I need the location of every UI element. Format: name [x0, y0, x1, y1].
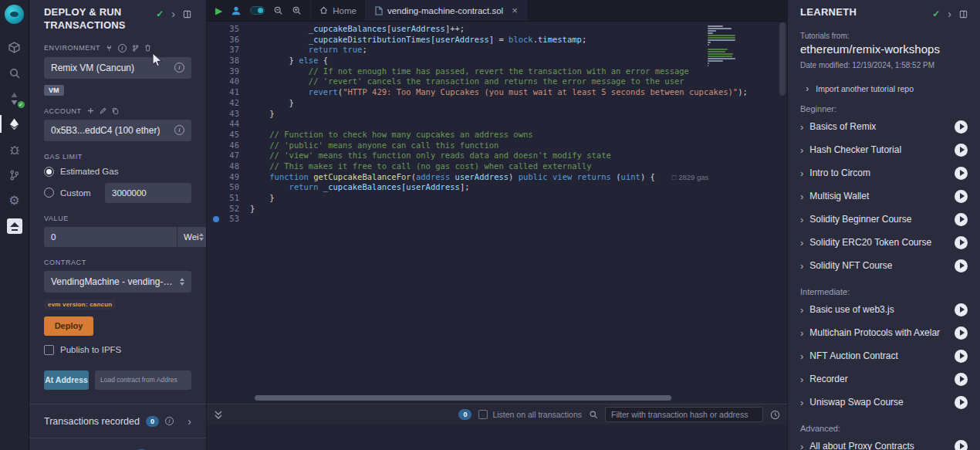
tab-home[interactable]: Home	[310, 0, 366, 21]
play-tutorial-button[interactable]	[955, 120, 968, 134]
line-number-with-breakpoint[interactable]: 53	[207, 214, 239, 225]
code-line[interactable]: _cupcakeBalances[userAddress]++;	[250, 24, 787, 35]
code-line[interactable]: // Function to check how many cupcakes a…	[250, 130, 787, 140]
tutorial-item[interactable]: ›All about Proxy Contracts	[800, 435, 968, 450]
tutorial-item[interactable]: ›NFT Auction Contract	[800, 344, 968, 367]
play-tutorial-button[interactable]	[955, 167, 968, 180]
play-tutorial-button[interactable]	[955, 350, 968, 363]
line-number[interactable]: 47	[207, 151, 239, 161]
add-account-icon[interactable]	[87, 107, 94, 114]
tutorial-item[interactable]: ›Intro to Circom	[800, 161, 968, 184]
play-tutorial-button[interactable]	[955, 236, 968, 249]
line-number[interactable]: 40	[207, 76, 239, 87]
line-number[interactable]: 37	[207, 45, 239, 56]
account-person-icon[interactable]	[231, 5, 242, 16]
code-line[interactable]	[250, 214, 787, 225]
sidebar-item-debugger[interactable]	[0, 137, 29, 162]
sidebar-item-search[interactable]	[0, 60, 29, 86]
plug-icon[interactable]	[106, 45, 113, 52]
tutorial-item[interactable]: ›Solidity NFT Course	[800, 254, 968, 277]
line-number[interactable]: 39	[207, 66, 239, 77]
code-line[interactable]: function getCupcakeBalanceFor(address us…	[250, 172, 787, 183]
environment-info-icon[interactable]: i	[118, 44, 127, 52]
tutorial-item[interactable]: ›Hash Checker Tutorial	[800, 138, 968, 161]
code-line[interactable]: }	[250, 193, 787, 204]
line-number[interactable]: 42	[207, 98, 239, 109]
code-line[interactable]	[250, 119, 787, 130]
custom-gas-option[interactable]: Custom	[44, 183, 191, 203]
sidebar-item-deploy-and-run[interactable]	[0, 111, 29, 137]
code-line[interactable]: // If not enough time has passed, revert…	[250, 66, 787, 77]
line-number[interactable]: 43	[207, 109, 239, 120]
vertical-scrollbar[interactable]	[779, 22, 786, 96]
tutorial-item[interactable]: ›Multisig Wallet	[800, 184, 968, 208]
code-line[interactable]: // This makes it free to call (no gas co…	[250, 161, 787, 172]
transactions-recorded-row[interactable]: Transactions recorded 0 i ›	[44, 404, 191, 438]
unit-spinner-icon[interactable]	[199, 233, 204, 241]
account-select[interactable]: 0x5B3...eddC4 (100 ether) i	[44, 120, 191, 141]
sidebar-item-settings[interactable]: ⚙	[0, 188, 29, 213]
at-address-button[interactable]: At Address	[44, 370, 89, 390]
editor-code[interactable]: _cupcakeBalances[userAddress]++; _cupcak…	[250, 22, 787, 404]
tutorial-item[interactable]: ›Uniswap Swap Course	[800, 391, 968, 414]
tutorial-item[interactable]: ›Basic use of web3.js	[800, 298, 968, 321]
sidebar-item-file-explorer[interactable]	[0, 35, 29, 60]
tutorial-item[interactable]: ›Multichain Protocols with Axelar	[800, 321, 968, 344]
transactions-info-icon[interactable]: i	[165, 417, 174, 425]
contract-select[interactable]: VendingMachine - vending-machin	[44, 271, 191, 293]
estimated-gas-radio[interactable]	[44, 167, 54, 177]
pencil-icon[interactable]	[100, 107, 106, 114]
code-line[interactable]: revert("HTTP 429: Too Many Cupcakes (you…	[250, 87, 787, 98]
at-address-input[interactable]	[95, 370, 191, 390]
line-number[interactable]: 51	[207, 193, 239, 204]
line-number[interactable]: 44	[207, 119, 239, 130]
code-line[interactable]: }	[250, 109, 787, 120]
play-tutorial-button[interactable]	[955, 144, 968, 157]
tutorial-item[interactable]: ›Recorder	[800, 367, 968, 391]
line-number[interactable]: 38	[207, 56, 239, 66]
play-tutorial-button[interactable]	[955, 440, 968, 450]
line-number[interactable]: 45	[207, 130, 239, 140]
ai-copilot-toggle[interactable]	[250, 6, 265, 15]
tutorial-item[interactable]: ›Basics of Remix	[800, 115, 968, 138]
tab-vending-machine-contract[interactable]: vending-machine-contract.sol ×	[366, 0, 527, 21]
play-tutorial-button[interactable]	[955, 373, 968, 386]
fork-icon[interactable]	[132, 45, 139, 52]
trash-icon[interactable]	[144, 44, 151, 52]
listen-checkbox[interactable]	[478, 410, 488, 419]
estimated-gas-option[interactable]: Estimated Gas	[44, 167, 191, 177]
value-input[interactable]	[44, 227, 177, 247]
copy-icon[interactable]	[112, 107, 119, 115]
account-copy-icon[interactable]: i	[174, 125, 184, 135]
panel-expand-chevron-icon[interactable]: ›	[171, 10, 175, 18]
sidebar-item-git[interactable]	[0, 162, 29, 188]
transaction-filter-input[interactable]	[605, 407, 763, 422]
code-editor[interactable]: 35363738394041424344454647484950515253 _…	[207, 22, 787, 404]
pin-panel-icon[interactable]	[959, 10, 968, 19]
tutorial-item[interactable]: ›Solidity ERC20 Token Course	[800, 231, 968, 254]
code-line[interactable]: return true;	[250, 45, 787, 56]
history-clock-icon[interactable]	[770, 410, 780, 420]
publish-ipfs-checkbox[interactable]	[44, 345, 54, 355]
terminal-content[interactable]: creation of VendingMachine pending... ✓ …	[207, 425, 787, 450]
code-line[interactable]: }	[250, 204, 787, 215]
play-tutorial-button[interactable]	[955, 213, 968, 226]
line-number[interactable]: 36	[207, 35, 239, 46]
zoom-in-icon[interactable]	[292, 5, 302, 15]
deployed-contracts-row[interactable]: Deployed Contracts 0	[44, 438, 191, 450]
code-line[interactable]: // 'revert' cancels the transaction and …	[250, 76, 787, 87]
deploy-button[interactable]: Deploy	[44, 316, 93, 336]
play-tutorial-button[interactable]	[955, 396, 968, 409]
line-number[interactable]: 35	[207, 24, 239, 35]
tutorial-item[interactable]: ›Solidity Beginner Course	[800, 208, 968, 231]
expand-terminal-icon[interactable]	[214, 410, 223, 420]
panel-expand-chevron-icon[interactable]: ›	[948, 10, 951, 18]
pin-panel-icon[interactable]	[183, 10, 191, 19]
line-number[interactable]: 49	[207, 172, 239, 183]
sidebar-item-solidity-compiler[interactable]: ✓	[0, 86, 29, 111]
line-number[interactable]: 50	[207, 182, 239, 193]
environment-docs-icon[interactable]: i	[174, 63, 184, 73]
zoom-out-icon[interactable]	[273, 5, 283, 15]
code-line[interactable]: _cupcakeDistributionTimes[userAddress] =…	[250, 35, 787, 46]
line-number[interactable]: 52	[207, 204, 239, 215]
